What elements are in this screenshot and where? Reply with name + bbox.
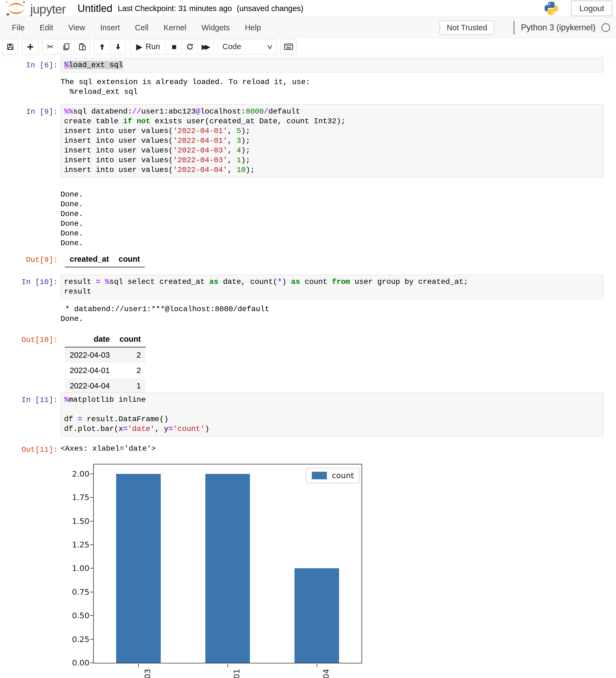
copy-icon (62, 43, 70, 51)
ytick-1.75: 1.75 (70, 493, 89, 502)
table-cell: 2 (115, 363, 146, 378)
xtick-2022-04-04: 2022-04-04 (322, 669, 331, 678)
code-token: '2022-04-01' (173, 127, 228, 135)
notebook-cell: In [9]:%%sql databend://user1:abc123@loc… (0, 104, 616, 267)
move-cell-up-button[interactable] (94, 39, 110, 54)
run-button[interactable]: ▶ Run (130, 39, 166, 54)
code-token: = (78, 415, 82, 423)
code-token: insert into user values( (64, 137, 173, 145)
code-token: , (228, 156, 237, 164)
menu-cell[interactable]: Cell (127, 20, 156, 36)
ytick-1.50: 1.50 (70, 516, 89, 526)
code-token: % (105, 278, 110, 286)
cut-cell-button[interactable]: ✂ (42, 39, 58, 54)
code-token: 8000 (246, 107, 264, 116)
code-token: ); (241, 127, 250, 135)
menu-view[interactable]: View (61, 20, 93, 36)
table-header-row: created_atcount (65, 254, 145, 267)
legend-color-patch (312, 472, 327, 479)
menu-insert[interactable]: Insert (93, 20, 127, 36)
ytick-1.25: 1.25 (70, 540, 89, 550)
open-command-palette-button[interactable] (280, 39, 297, 54)
jupyter-logo[interactable]: jupyter (4, 1, 66, 16)
code-input[interactable]: result = %sql select created_at as date,… (60, 275, 604, 299)
code-line: insert into user values('2022-04-01', 3)… (64, 136, 600, 146)
menu-file[interactable]: File (4, 20, 32, 36)
logout-button[interactable]: Logout (571, 1, 612, 16)
save-button[interactable] (2, 39, 18, 54)
fast-forward-icon: ▶▶ (202, 43, 210, 51)
arrow-down-icon (114, 43, 122, 50)
code-token: result (64, 287, 91, 296)
code-token: create table (64, 117, 123, 125)
output-prompt: Out[10]: (0, 333, 60, 345)
restart-refresh-icon (186, 43, 194, 51)
output-text: * databend://user1:***@localhost:8000/de… (60, 303, 270, 324)
floppy-save-icon (6, 43, 14, 51)
code-token: , (228, 146, 237, 155)
code-token: '2022-04-03' (173, 156, 228, 164)
paste-clipboard-icon (78, 43, 86, 51)
stream-output-row: * databend://user1:***@localhost:8000/de… (0, 303, 616, 324)
keyboard-icon (284, 43, 293, 50)
ytick-mark (90, 568, 93, 568)
chart-legend: count (306, 468, 360, 483)
menu-edit[interactable]: Edit (32, 20, 61, 36)
plus-icon: + (27, 42, 34, 52)
output-prompt: Out[11]: (0, 442, 60, 455)
xtick-2022-04-03: 2022-04-03 (143, 669, 152, 678)
text-output-row: Out[11]:<Axes: xlabel='date'> (0, 442, 616, 455)
code-token (100, 278, 105, 286)
restart-run-all-button[interactable]: ▶▶ (198, 39, 214, 54)
notebook-cell: In [11]:%matplotlib inlinedf = result.Da… (0, 392, 616, 678)
code-token: ); (241, 137, 250, 145)
code-line: %%sql databend://user1:abc123@localhost:… (64, 107, 600, 116)
code-token: = (96, 278, 100, 286)
menu-kernel[interactable]: Kernel (156, 20, 194, 36)
code-token: * (278, 278, 282, 286)
table-row: 2022-04-041 (65, 378, 146, 393)
menu-widgets[interactable]: Widgets (194, 20, 237, 36)
code-token: // (132, 107, 141, 116)
code-input[interactable]: %%sql databend://user1:abc123@localhost:… (60, 104, 604, 177)
code-line: insert into user values('2022-04-03', 1)… (64, 155, 600, 165)
header: jupyter Untitled Last Checkpoint: 31 min… (0, 0, 616, 17)
code-line: create table if not exists user(created_… (64, 116, 600, 126)
restart-kernel-button[interactable] (182, 39, 198, 54)
result-table: created_atcount (65, 254, 145, 267)
scissors-icon: ✂ (47, 43, 53, 51)
arrow-up-icon (98, 43, 106, 50)
copy-cell-button[interactable] (58, 39, 74, 54)
code-token: date, count( (218, 278, 277, 286)
jupyter-orbit-icon (4, 1, 29, 16)
move-cell-down-button[interactable] (110, 39, 126, 54)
ytick-1.00: 1.00 (70, 563, 89, 573)
code-token: ); (246, 166, 255, 174)
code-token: if (123, 117, 132, 125)
not-trusted-button[interactable]: Not Trusted (440, 21, 494, 35)
add-cell-button[interactable]: + (22, 39, 38, 54)
ytick-mark (90, 592, 93, 592)
kernel-idle-indicator-icon (602, 23, 610, 32)
code-token: 5 (237, 127, 241, 135)
notebook-title[interactable]: Untitled (78, 3, 112, 14)
cell-type-select[interactable]: Code ∨ (218, 39, 277, 54)
code-input[interactable]: %load_ext sql (60, 58, 604, 72)
table-row: 2022-04-012 (65, 363, 146, 378)
code-token: , (228, 127, 237, 135)
code-token: @ (196, 107, 200, 116)
stop-icon: ■ (172, 43, 176, 51)
xtick-2022-04-01: 2022-04-01 (232, 669, 241, 678)
interrupt-kernel-button[interactable]: ■ (166, 39, 182, 54)
output-prompt (0, 303, 60, 305)
code-input[interactable]: %matplotlib inlinedf = result.DataFrame(… (60, 392, 604, 436)
code-token: insert into user values( (64, 156, 173, 164)
menu-help[interactable]: Help (237, 20, 269, 36)
cell-type-value: Code (222, 42, 241, 51)
code-token: df.plot.bar(x (64, 425, 123, 433)
ytick-0.00: 0.00 (70, 658, 89, 668)
table-cell: 2022-04-01 (65, 363, 115, 378)
bar-2022-04-04 (294, 568, 339, 663)
jupyter-logo-text: jupyter (30, 2, 66, 16)
paste-cell-button[interactable] (74, 39, 90, 54)
